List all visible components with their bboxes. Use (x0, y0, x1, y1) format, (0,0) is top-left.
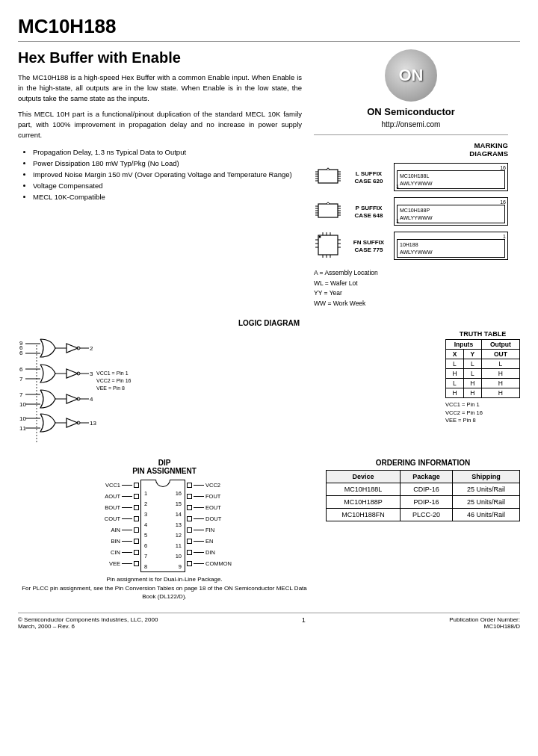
pin-left-7: CIN (93, 547, 140, 557)
vcc-note: VCC1 = Pin 1 VCC2 = Pin 16 VEE = Pin 8 (445, 401, 520, 425)
svg-point-35 (319, 236, 321, 238)
bullet-1: Propagation Delay, 1.3 ns Typical Data t… (33, 146, 302, 158)
feature-list: Propagation Delay, 1.3 ns Typical Data t… (27, 146, 302, 203)
truth-row-2: L H H (446, 379, 520, 388)
svg-text:6: 6 (19, 366, 23, 373)
y-header: Y (463, 350, 481, 359)
pin-left-6: BIN (93, 536, 140, 546)
ic-body: 116 215 314 413 512 611 710 89 (140, 480, 185, 572)
col-package: Package (400, 471, 452, 483)
cdip-label: L SUFFIXCASE 620 (348, 170, 389, 185)
logic-diagram-title: LOGIC DIAGRAM (18, 319, 520, 327)
on-logo: ON (385, 49, 437, 102)
svg-text:6: 6 (19, 344, 23, 351)
marking-cdip: L SUFFIXCASE 620 16 MC10H188LAWLYYWWW 1 (314, 162, 508, 192)
pin-assignment-wrapper: VCC1 AOUT BOUT COUT (18, 480, 311, 572)
svg-text:VCC2 = Pin 16: VCC2 = Pin 16 (96, 378, 132, 383)
pdip-diagram: 16 MC10H188PAWLYYWWW 1 (394, 197, 508, 225)
plcc-diagram: 1 10H188AWLYYWWW (394, 232, 508, 259)
bullet-2: Power Dissipation 180 mW Typ/Pkg (No Loa… (33, 158, 302, 169)
order-row-1: MC10H188P PDIP-16 25 Units/Rail (327, 496, 520, 509)
truth-row-3: H H H (446, 388, 520, 398)
col-device: Device (327, 471, 401, 483)
pin-left-4: COUT (93, 513, 140, 524)
marking-plcc: FN SUFFIXCASE 775 1 10H188AWLYYWWW (314, 231, 508, 261)
truth-table: Inputs Output X Y OUT L L L H L (445, 339, 520, 398)
bottom-area: DIPPIN ASSIGNMENT VCC1 AOUT BOUT (18, 459, 520, 601)
truth-table-box: TRUTH TABLE Inputs Output X Y OUT L L L (445, 330, 520, 451)
ic-notch-area (141, 480, 185, 488)
pin-right-3: EOUT (185, 502, 235, 512)
bullet-5: MECL 10K-Compatible (33, 191, 302, 202)
output-header: Output (481, 340, 519, 350)
pin-right-4: DOUT (185, 513, 235, 524)
inputs-header: Inputs (446, 340, 482, 350)
svg-text:VCC1 = Pin 1: VCC1 = Pin 1 (96, 371, 129, 376)
truth-row-1: H L H (446, 369, 520, 379)
svg-text:10: 10 (19, 415, 26, 422)
svg-text:13: 13 (90, 420, 96, 427)
svg-text:3: 3 (90, 371, 93, 377)
pin-left-5: AIN (93, 524, 140, 535)
ordering-title: ORDERING INFORMATION (326, 459, 520, 467)
dip-title: DIPPIN ASSIGNMENT (18, 459, 311, 475)
ordering-section: ORDERING INFORMATION Device Package Ship… (326, 459, 520, 601)
ic-notch (155, 480, 170, 487)
pdip-icon (314, 196, 344, 226)
pin-right-2: FOUT (185, 491, 235, 501)
footer-copyright: © Semiconductor Components Industries, L… (18, 616, 158, 630)
logic-area: 9 6 2 6 6 3 7 7 (18, 330, 520, 451)
dip-section: DIPPIN ASSIGNMENT VCC1 AOUT BOUT (18, 459, 311, 601)
marking-legend: A = Assembly Location WL = Wafer Lot YY … (314, 268, 508, 309)
marking-pdip: P SUFFIXCASE 648 16 MC10H188PAWLYYWWW 1 (314, 196, 508, 226)
pin-right-6: EN (185, 536, 235, 546)
logic-diagram-box: 9 6 2 6 6 3 7 7 (18, 330, 438, 451)
truth-table-title: TRUTH TABLE (445, 330, 520, 338)
pin-right-8: COMMON (185, 558, 235, 568)
svg-text:11: 11 (19, 425, 26, 432)
bullet-3: Improved Noise Margin 150 mV (Over Opera… (33, 169, 302, 180)
pdip-label: P SUFFIXCASE 648 (348, 204, 389, 219)
pin-col-left: VCC1 AOUT BOUT COUT (93, 480, 140, 572)
pin-right-5: FIN (185, 524, 235, 535)
pin-footnote: Pin assignment is for Dual-in-Line Packa… (18, 575, 311, 601)
svg-text:2: 2 (90, 345, 93, 352)
footer: © Semiconductor Components Industries, L… (18, 613, 520, 630)
svg-text:4: 4 (90, 396, 93, 403)
pin-left-1: VCC1 (93, 480, 140, 490)
on-url: http://onsemi.com (382, 120, 441, 128)
svg-rect-0 (318, 170, 338, 183)
description-para1: The MC10H188 is a high-speed Hex Buffer … (18, 72, 302, 103)
pin-left-3: BOUT (93, 502, 140, 512)
marking-diagrams-title: MARKINGDIAGRAMS (314, 141, 508, 158)
col-shipping: Shipping (453, 471, 520, 483)
pin-col-right: VCC2 FOUT EOUT DOUT (185, 480, 235, 572)
cdip-diagram: 16 MC10H188LAWLYYWWW 1 (394, 163, 508, 190)
x-header: X (446, 350, 464, 359)
subtitle: Hex Buffer with Enable (18, 49, 302, 66)
order-row-2: MC10H188FN PLCC-20 46 Units/Rail (327, 509, 520, 521)
pin-left-8: VEE (93, 558, 140, 568)
ordering-table: Device Package Shipping MC10H188L CDIP-1… (326, 470, 520, 521)
cdip-icon (314, 162, 344, 192)
order-row-0: MC10H188L CDIP-16 25 Units/Rail (327, 483, 520, 496)
footer-pub-order: Publication Order Number: MC10H188/D (449, 616, 520, 630)
plcc-label: FN SUFFIXCASE 775 (348, 238, 389, 253)
svg-text:10: 10 (19, 401, 26, 408)
svg-text:7: 7 (19, 376, 23, 382)
pin-left-2: AOUT (93, 491, 140, 501)
bullet-4: Voltage Compensated (33, 180, 302, 191)
svg-rect-22 (318, 235, 338, 255)
pin-right-7: DIN (185, 547, 235, 557)
truth-row-0: L L L (446, 359, 520, 369)
description-para2: This MECL 10H part is a functional/pinou… (18, 109, 302, 140)
out-header: OUT (481, 350, 519, 359)
svg-text:VEE = Pin 8: VEE = Pin 8 (96, 385, 125, 391)
plcc-icon (314, 231, 344, 261)
on-brand: ON Semiconductor (367, 106, 455, 117)
footer-page: 1 (158, 616, 449, 630)
svg-text:7: 7 (19, 391, 23, 398)
page-title: MC10H188 (18, 15, 520, 42)
svg-rect-11 (318, 204, 338, 217)
pin-right-1: VCC2 (185, 480, 235, 490)
